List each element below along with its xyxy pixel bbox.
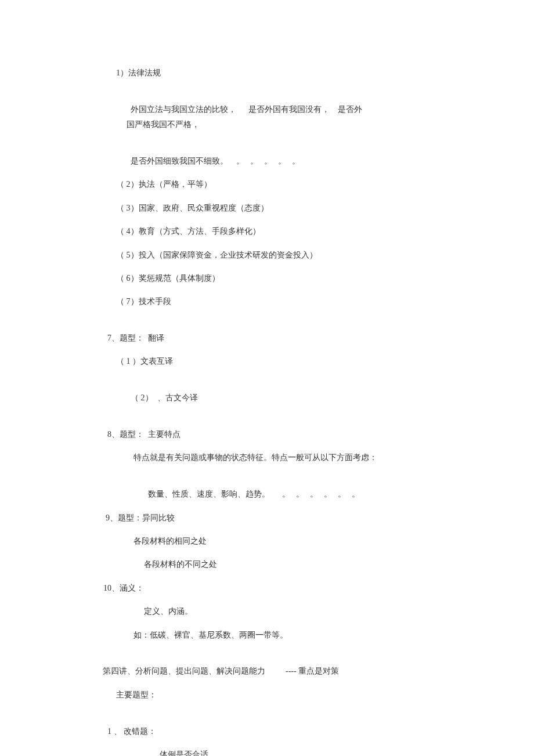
p15a: 数量、性质、速度、影响、趋势。 — [148, 490, 270, 498]
para-9-technical: （ 7）技术手段 — [99, 295, 435, 308]
gap2 — [330, 105, 338, 114]
para-12-translate2: （ 2） 、古文今译 — [99, 379, 435, 405]
para-15-quantity: 数量、性质、速度、影响、趋势。 。。。。。。 — [99, 475, 435, 501]
para-4-enforcement: （ 2）执法（严格，平等） — [99, 178, 435, 191]
para-17-same: 各段材料的相同之处 — [99, 535, 435, 548]
p15-dots: 。。。。。。 — [282, 490, 366, 498]
para-5-attention: （ 3）国家、政府、民众重视程度（态度） — [99, 202, 435, 215]
para-13-type8: 8、题型： 主要特点 — [99, 415, 435, 442]
gap-p15 — [270, 490, 282, 498]
p12-text: 、古文今译 — [157, 393, 198, 402]
p3a: 是否外国细致我国不细致。 — [131, 157, 228, 165]
p24-text: 改错题： — [124, 727, 156, 736]
para-10-type7: 7、题型： 翻译 — [99, 319, 435, 345]
p13-label: 8、题型： — [107, 430, 144, 439]
p22b: ---- — [286, 667, 297, 675]
para-19-type10: 10、涵义： — [99, 582, 435, 595]
p10-label: 7、题型： — [107, 334, 144, 342]
para-1-laws: 1）法律法规 — [99, 67, 435, 79]
gap1 — [236, 105, 248, 114]
para-21-example: 如：低碳、裸官、基尼系数、两圈一带等。 — [99, 629, 435, 642]
para-25-format: 体例是否合适、 — [99, 748, 435, 756]
para-2-cont: 国严格我国不严格， — [99, 118, 435, 131]
para-14-characteristic: 特点就是有关问题或事物的状态特征。特点一般可从以下方面考虑： — [99, 451, 435, 464]
p2b: 是否外国有我国没有， — [248, 105, 330, 114]
p12-num: （ 2） — [131, 393, 153, 402]
p22c: 重点是对策 — [298, 667, 339, 675]
para-24-correction: 1 、 改错题： — [99, 712, 435, 738]
para-6-education: （ 4）教育（方式、方法、手段多样化） — [99, 225, 435, 238]
para-8-reward: （ 6）奖惩规范（具体制度） — [99, 272, 435, 285]
para-7-investment: （ 5）投入（国家保障资金，企业技术研发的资金投入） — [99, 249, 435, 262]
para-11-translate1: （ 1 ）文表互译 — [99, 355, 435, 368]
para-3-detail: 是否外国细致我国不细致。 。。。。。 — [99, 142, 435, 168]
para-16-type9: 9、题型：异同比较 — [99, 512, 435, 525]
para-20-definition: 定义、内涵。 — [99, 605, 435, 618]
p22a: 第四讲、分析问题、提出问题、解决问题能力 — [103, 667, 265, 675]
p2a: 外国立法与我国立法的比较， — [131, 105, 236, 114]
gap-p10 — [144, 334, 148, 342]
gap-p13 — [144, 430, 148, 439]
p10-val: 翻译 — [148, 334, 164, 342]
para-18-different: 各段材料的不同之处 — [99, 558, 435, 571]
p3-dots: 。。。。。 — [236, 157, 306, 165]
p13-val: 主要特点 — [148, 430, 181, 439]
gap-p22a — [265, 667, 286, 675]
para-2-foreign-legislation: 外国立法与我国立法的比较， 是否外国有我国没有， 是否外 — [99, 90, 435, 116]
p24-num: 1 、 — [107, 727, 122, 736]
para-23-main-types: 主要题型： — [99, 689, 435, 701]
p2c: 是否外 — [338, 105, 362, 114]
gap-p12 — [153, 393, 157, 402]
para-22-lecture4: 第四讲、分析问题、提出问题、解决问题能力 ---- 重点是对策 — [99, 652, 435, 678]
gap3 — [228, 157, 236, 165]
